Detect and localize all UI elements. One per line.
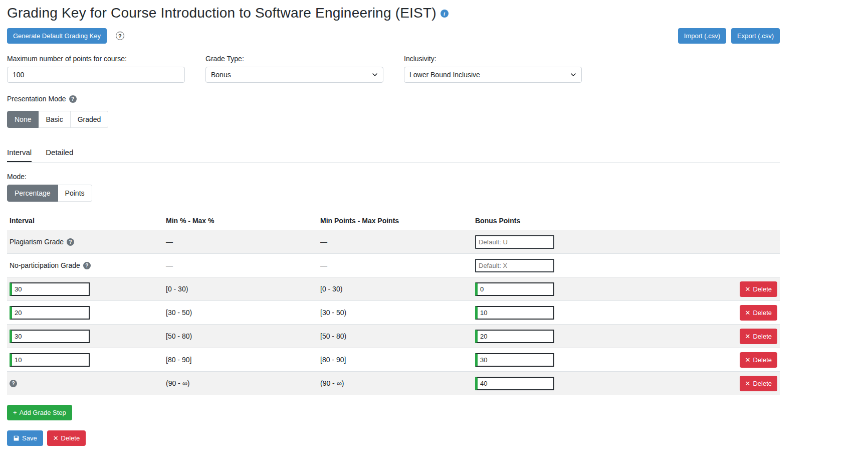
question-icon[interactable]: ? xyxy=(69,95,77,103)
points-range: [30 - 50) xyxy=(318,309,473,317)
x-icon: ✕ xyxy=(53,435,59,441)
table-row-grade-step: [50 - 80) [50 - 80) ✕Delete xyxy=(7,324,780,348)
bonus-points-input[interactable] xyxy=(475,282,554,296)
grading-table: Interval Min % - Max % Min Points - Max … xyxy=(7,215,780,395)
x-icon: ✕ xyxy=(745,333,751,340)
presentation-mode-none-button[interactable]: None xyxy=(7,111,39,128)
save-icon xyxy=(13,435,20,441)
bonus-points-input[interactable] xyxy=(475,353,554,367)
points-range: — xyxy=(318,238,473,246)
question-icon[interactable]: ? xyxy=(10,380,17,387)
table-header-row: Interval Min % - Max % Min Points - Max … xyxy=(7,215,780,230)
percent-range: [0 - 30) xyxy=(163,285,318,293)
tab-detailed[interactable]: Detailed xyxy=(46,148,73,162)
table-row-grade-step: [0 - 30) [0 - 30) ✕Delete xyxy=(7,277,780,300)
page-title: Grading Key for Course Introduction to S… xyxy=(7,5,780,21)
question-icon[interactable]: ? xyxy=(67,238,74,246)
info-icon[interactable]: i xyxy=(441,10,449,18)
percent-range: — xyxy=(163,261,318,269)
mode-points-button[interactable]: Points xyxy=(58,185,92,202)
delete-row-button[interactable]: ✕Delete xyxy=(740,281,777,297)
delete-row-button[interactable]: ✕Delete xyxy=(740,305,777,321)
inclusivity-label: Inclusivity: xyxy=(404,55,582,63)
grade-type-group: Grade Type: Bonus xyxy=(205,55,383,83)
percent-range: [30 - 50) xyxy=(163,309,318,317)
table-row-grade-step: [30 - 50) [30 - 50) ✕Delete xyxy=(7,300,780,324)
inclusivity-group: Inclusivity: Lower Bound Inclusive xyxy=(404,55,582,83)
page-title-text: Grading Key for Course Introduction to S… xyxy=(7,5,437,21)
chevron-down-icon xyxy=(372,72,378,78)
presentation-mode-block: Presentation Mode ? None Basic Graded xyxy=(7,95,780,128)
max-points-input[interactable] xyxy=(7,67,185,83)
table-row-grade-step: [80 - 90] [80 - 90] ✕Delete xyxy=(7,348,780,371)
settings-form: Maximum number of points for course: Gra… xyxy=(7,55,780,83)
presentation-mode-graded-button[interactable]: Graded xyxy=(71,111,109,128)
table-row-no-participation: No-participation Grade ? — — xyxy=(7,253,780,277)
x-icon: ✕ xyxy=(745,357,751,363)
mode-label: Mode: xyxy=(7,173,780,181)
max-points-label: Maximum number of points for course: xyxy=(7,55,185,63)
points-range: [80 - 90] xyxy=(318,356,473,364)
inclusivity-select[interactable]: Lower Bound Inclusive xyxy=(404,67,582,83)
max-points-group: Maximum number of points for course: xyxy=(7,55,185,83)
header-min-max-percent: Min % - Max % xyxy=(163,217,318,225)
percent-range: (90 - ∞) xyxy=(163,379,318,387)
grade-name-input[interactable] xyxy=(10,330,90,343)
inclusivity-value: Lower Bound Inclusive xyxy=(409,71,480,79)
table-row-plagiarism: Plagiarism Grade ? — — xyxy=(7,230,780,253)
percent-range: [80 - 90] xyxy=(163,356,318,364)
grade-name-input[interactable] xyxy=(10,282,90,296)
bonus-points-input[interactable] xyxy=(475,306,554,320)
x-icon: ✕ xyxy=(745,286,751,292)
mode-toggle: Percentage Points xyxy=(7,185,92,202)
grade-type-select[interactable]: Bonus xyxy=(205,67,383,83)
presentation-mode-toggle: None Basic Graded xyxy=(7,111,108,128)
import-csv-button[interactable]: Import (.csv) xyxy=(678,28,726,44)
percent-range: [50 - 80) xyxy=(163,332,318,340)
presentation-mode-basic-button[interactable]: Basic xyxy=(39,111,70,128)
question-icon[interactable]: ? xyxy=(83,262,91,269)
add-grade-step-button[interactable]: + Add Grade Step xyxy=(7,405,72,420)
grading-key-page: Grading Key for Course Introduction to S… xyxy=(7,0,780,457)
save-delete-row: Save ✕ Delete xyxy=(7,430,780,457)
header-interval: Interval xyxy=(7,217,163,225)
plus-icon: + xyxy=(13,409,17,416)
plagiarism-grade-label: Plagiarism Grade ? xyxy=(7,238,163,246)
points-range: — xyxy=(318,261,473,269)
bonus-points-input[interactable] xyxy=(475,377,554,390)
delete-button[interactable]: ✕ Delete xyxy=(47,430,86,446)
chevron-down-icon xyxy=(570,72,576,78)
export-csv-button[interactable]: Export (.csv) xyxy=(731,28,780,44)
grade-type-label: Grade Type: xyxy=(205,55,383,63)
delete-row-button[interactable]: ✕Delete xyxy=(740,376,777,391)
x-icon: ✕ xyxy=(745,310,751,316)
tab-bar: Interval Detailed xyxy=(7,148,780,163)
points-range: [50 - 80) xyxy=(318,332,473,340)
generate-default-grading-key-button[interactable]: Generate Default Grading Key xyxy=(7,28,107,44)
header-min-max-points: Min Points - Max Points xyxy=(318,217,473,225)
presentation-mode-label: Presentation Mode ? xyxy=(7,95,780,103)
mode-percentage-button[interactable]: Percentage xyxy=(7,185,58,202)
grade-type-value: Bonus xyxy=(211,71,231,79)
delete-row-button[interactable]: ✕Delete xyxy=(740,352,777,368)
x-icon: ✕ xyxy=(745,380,751,387)
points-range: [0 - 30) xyxy=(318,285,473,293)
no-participation-grade-label: No-participation Grade ? xyxy=(7,261,163,269)
plagiarism-grade-input[interactable] xyxy=(475,235,554,249)
table-row-grade-step-last: ? (90 - ∞) (90 - ∞) ✕Delete xyxy=(7,371,780,395)
bonus-points-input[interactable] xyxy=(475,330,554,343)
grade-name-input[interactable] xyxy=(10,353,90,367)
save-button[interactable]: Save xyxy=(7,430,43,446)
help-icon[interactable]: ? xyxy=(116,32,124,40)
points-range: (90 - ∞) xyxy=(318,379,473,387)
grade-name-input[interactable] xyxy=(10,306,90,320)
delete-row-button[interactable]: ✕Delete xyxy=(740,329,777,344)
percent-range: — xyxy=(163,238,318,246)
toolbar: Generate Default Grading Key ? Import (.… xyxy=(7,28,780,44)
no-participation-grade-input[interactable] xyxy=(475,259,554,272)
tab-interval[interactable]: Interval xyxy=(7,148,32,162)
header-bonus-points: Bonus Points xyxy=(473,217,737,225)
